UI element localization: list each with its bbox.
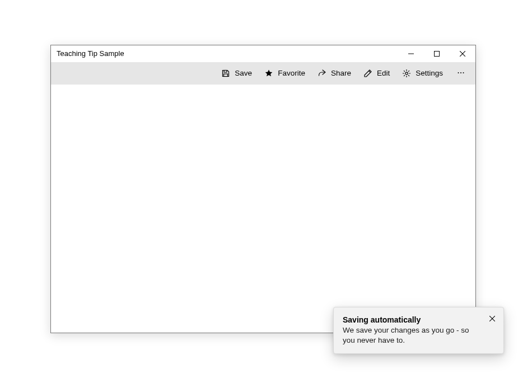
edit-label: Edit (377, 69, 390, 77)
svg-rect-1 (435, 52, 440, 57)
share-icon (318, 69, 326, 78)
app-window: Teaching Tip Sample (50, 45, 476, 333)
close-icon (460, 51, 465, 57)
svg-point-7 (405, 72, 408, 74)
star-icon (264, 69, 273, 78)
close-icon (489, 314, 495, 323)
content-area (51, 85, 475, 333)
minimize-icon (408, 51, 414, 57)
save-button[interactable]: Save (216, 64, 258, 82)
svg-line-14 (409, 71, 409, 71)
more-button[interactable] (450, 64, 472, 82)
favorite-button[interactable]: Favorite (259, 64, 311, 82)
window-controls (398, 45, 475, 62)
svg-rect-4 (224, 71, 227, 73)
svg-point-17 (460, 72, 461, 73)
more-icon (456, 68, 465, 79)
teaching-tip-title: Saving automatically (343, 315, 481, 324)
maximize-icon (434, 51, 440, 57)
maximize-button[interactable] (424, 45, 450, 62)
svg-rect-5 (224, 74, 228, 77)
share-label: Share (331, 69, 351, 77)
close-button[interactable] (450, 45, 475, 62)
save-label: Save (235, 69, 252, 77)
share-button[interactable]: Share (312, 64, 357, 82)
svg-line-13 (409, 75, 409, 76)
window-title: Teaching Tip Sample (57, 45, 398, 62)
svg-line-6 (368, 71, 370, 73)
teaching-tip-body: We save your changes as you go - so you … (343, 325, 481, 346)
edit-button[interactable]: Edit (358, 64, 395, 82)
gear-icon (402, 69, 411, 78)
favorite-label: Favorite (278, 69, 305, 77)
save-icon (221, 69, 230, 78)
teaching-tip: Saving automatically We save your change… (333, 307, 504, 354)
svg-point-18 (463, 72, 464, 73)
minimize-button[interactable] (398, 45, 424, 62)
edit-icon (363, 69, 372, 78)
svg-point-16 (458, 72, 459, 73)
teaching-tip-close-button[interactable] (486, 312, 499, 325)
svg-line-12 (404, 71, 405, 71)
settings-label: Settings (416, 69, 443, 77)
titlebar: Teaching Tip Sample (51, 45, 475, 62)
settings-button[interactable]: Settings (396, 64, 449, 82)
command-bar: Save Favorite Share (51, 62, 475, 85)
svg-line-15 (404, 75, 405, 76)
